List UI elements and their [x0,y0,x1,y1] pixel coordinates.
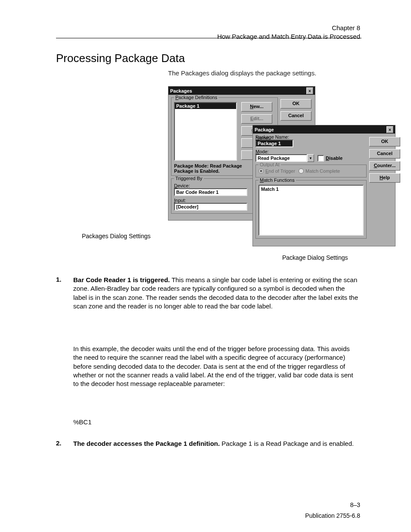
step1-number: 1. [56,276,62,283]
match-complete-radio: Match Complete [299,168,340,174]
step1-cont: In this example, the decoder waits until… [73,345,360,388]
edit-button: Edit... [241,114,272,124]
package-titlebar: Package × [253,125,395,134]
intro-text: The Packages dialog displays the package… [168,69,360,78]
checkbox-icon [318,155,324,162]
output-at-group: Output At End of Trigger Match Complete [255,165,367,177]
package-window: Package × NPackage Name:ame: Package Nam… [252,125,395,246]
match-functions-list[interactable]: Match 1 [258,185,364,236]
packages-title: Packages [170,88,192,93]
ok-button[interactable]: OK [280,99,311,109]
package-caption: Package Dialog Settings [282,254,348,261]
package-title: Package [255,127,274,132]
disable-checkbox[interactable]: Disable [318,155,342,162]
mode-dropdown[interactable]: Read Package ▼ [255,154,314,162]
chapter-subject: How Package and Match Entry Data is Proc… [217,32,360,41]
output-at-legend: Output At [258,162,281,167]
chevron-down-icon[interactable]: ▼ [307,154,314,162]
package-name-label-full: Package Name: [255,134,367,140]
triggered-by-legend: Triggered By [174,176,204,181]
step1-bold: Bar Code Reader 1 is triggered. [73,276,170,283]
match-functions-group: Match Functions Match 1 [255,180,367,239]
packages-titlebar: Packages × [168,87,315,95]
screenshot-area: Packages × Package Definitions Package 1… [168,86,399,246]
new-button[interactable]: New... [241,102,272,112]
publication-number: Publication 2755-6.8 [305,512,360,519]
cancel-button[interactable]: Cancel [369,149,400,159]
step1-body: Bar Code Reader 1 is triggered. This mea… [73,276,360,311]
close-icon[interactable]: × [306,87,313,94]
cancel-button[interactable]: Cancel [280,111,311,121]
close-icon[interactable]: × [386,126,393,133]
package-list[interactable]: Package 1 [174,102,237,161]
step2-number: 2. [56,439,62,447]
ok-button[interactable]: OK [369,137,400,146]
page-number: 8–3 [350,501,360,508]
radio-icon [299,168,304,174]
match-functions-legend: Match Functions [258,177,296,183]
end-of-trigger-radio: End of Trigger [258,168,295,174]
step2-body: The decoder accesses the Package 1 defin… [73,439,360,448]
section-title: Processing Package Data [56,52,185,65]
input-field: [Decoder] [174,203,247,211]
package-name-input[interactable]: Package 1 [255,140,293,147]
mode-label: Mode: [255,149,367,154]
counter-button[interactable]: Counter... [369,161,400,171]
packages-caption: Packages Dialog Settings [82,233,151,240]
chapter-label: Chapter 8 [217,24,360,32]
package-definitions-legend: Package Definitions [174,95,218,100]
device-field: Bar Code Reader 1 [174,188,247,196]
radio-icon [258,168,264,174]
step1-param: %BC1 [73,418,360,426]
header-rule [56,38,361,38]
disable-label: Disable [326,156,342,161]
package-list-item[interactable]: Package 1 [175,103,236,109]
help-button[interactable]: Help [369,173,400,183]
mode-value: Read Package [255,154,307,162]
